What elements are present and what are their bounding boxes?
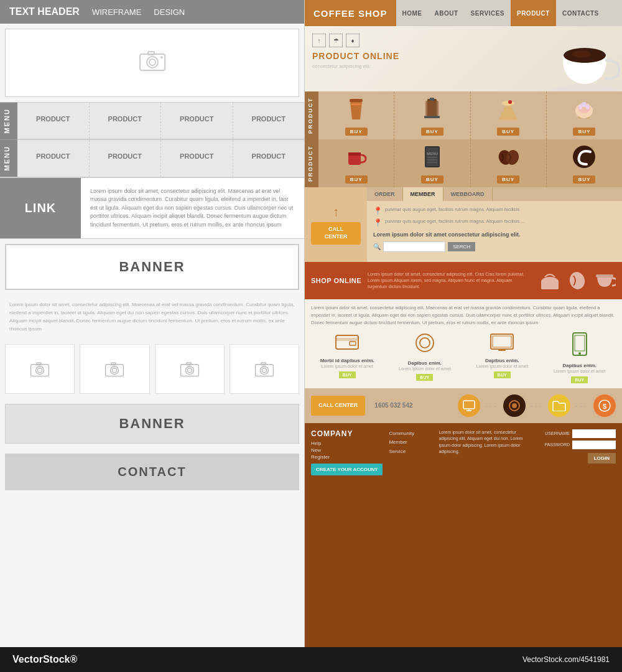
nav-product[interactable]: PRODUCT [511, 0, 556, 26]
shop-icon-2: ☂ [329, 34, 343, 47]
svg-rect-25 [351, 103, 361, 105]
banner-2[interactable]: BANNER [5, 404, 299, 444]
footer-company-section: COMPANY Help New Register CREATE YOUR AC… [311, 429, 383, 641]
footer-link-new[interactable]: New [311, 447, 383, 453]
shop-online-title: SHOP ONLINE [311, 277, 361, 284]
coffee-c-icon [572, 144, 596, 169]
product-cell-1-4: PRODUCT [233, 103, 305, 139]
product-section-1: PRODUCT BUY [305, 91, 622, 139]
search-box: 🔍 SERCH [373, 241, 616, 252]
contact-box[interactable]: CONTACT [5, 454, 299, 490]
product-item-2: BUY [394, 91, 470, 139]
svg-rect-58 [491, 334, 513, 349]
product-item-4: BUY [547, 91, 622, 139]
link-text: Lorem ipsum dolor sit amet, consectetur … [81, 178, 304, 239]
call-icons: ··· ··· ··· $ [422, 394, 616, 417]
buy-btn-4[interactable]: BUY [573, 128, 595, 136]
product-row-2: MENU PRODUCT PRODUCT PRODUCT PRODUCT [0, 139, 304, 177]
password-input[interactable] [572, 441, 616, 449]
product-item-7: BUY [471, 139, 547, 187]
phone-icon [571, 332, 588, 360]
svg-rect-60 [498, 350, 506, 351]
feature-1: Morbi id dapibus enim. Lorem ipsum dolor… [311, 332, 384, 383]
coffee-beans-icon [496, 144, 520, 169]
product-cell-2-2: PRODUCT [90, 140, 162, 176]
link-section: LINK Lorem ipsum dolor sit amet, consect… [0, 177, 304, 240]
call-center-btn-2[interactable]: CALL CENTER [311, 396, 365, 416]
vectorstock-logo: VectorStock® [12, 654, 77, 665]
product-items-1: BUY BUY [318, 91, 622, 139]
svg-rect-8 [37, 363, 41, 365]
call-center-btn[interactable]: CALL CENTER [311, 222, 361, 244]
nav-services[interactable]: SERVICES [465, 0, 511, 26]
feature-3-buy[interactable]: BUY [494, 371, 511, 378]
feature-4-sub: Lorem ipsum dolor et amet [554, 368, 605, 375]
nav-about[interactable]: ABOUT [429, 0, 465, 26]
shop-online-row: SHOP ONLINE Lorem ipsum dolor sit amet, … [305, 262, 622, 299]
link-box[interactable]: LINK [0, 178, 81, 239]
dots-2: ··· [531, 401, 544, 411]
footer-links-section: Community Member Service [389, 429, 432, 641]
footer-sub-links: Help New Register [311, 441, 383, 460]
tab-order[interactable]: ORDER [367, 187, 403, 201]
info-tabs: ORDER MEMBER WEBBOARD 📍 pulvinar quis au… [367, 187, 622, 262]
member-label[interactable]: Member [389, 438, 432, 447]
username-label: USERNAME [536, 431, 570, 436]
product-item-1: BUY [318, 91, 394, 139]
svg-rect-53 [336, 335, 358, 349]
buy-btn-1[interactable]: BUY [345, 128, 368, 136]
username-input[interactable] [572, 429, 616, 438]
feature-4: Dapibus enim. Lorem ipsum dolor et amet … [544, 332, 616, 383]
feature-4-buy[interactable]: BUY [571, 376, 588, 383]
right-footer: COMPANY Help New Register CREATE YOUR AC… [305, 423, 622, 647]
feature-2-buy[interactable]: BUY [416, 374, 433, 381]
svg-point-11 [113, 368, 117, 373]
tab-member[interactable]: MEMBER [403, 187, 443, 201]
svg-point-30 [502, 101, 514, 106]
product-row-1: MENU PRODUCT PRODUCT PRODUCT PRODUCT [0, 102, 304, 139]
tablet-icon [490, 332, 514, 355]
footer-link-register[interactable]: Register [311, 454, 383, 460]
footer-link-help[interactable]: Help [311, 441, 383, 446]
french-press-icon [421, 96, 443, 121]
svg-point-35 [582, 102, 587, 107]
community-label[interactable]: Community [389, 429, 432, 438]
banner-1[interactable]: BANNER [5, 244, 299, 290]
product-label-1: PRODUCT [305, 91, 318, 139]
svg-point-37 [586, 105, 590, 110]
product-item-6: MENU BUY [394, 139, 470, 187]
nav-contacts[interactable]: CONTACTS [556, 0, 605, 26]
create-account-btn[interactable]: CREATE YOUR ACCOUNT [311, 464, 383, 475]
info-tab-bar: ORDER MEMBER WEBBOARD [367, 187, 622, 201]
search-input[interactable] [383, 241, 445, 252]
login-btn[interactable]: LOGIN [588, 453, 616, 464]
buy-btn-3[interactable]: BUY [497, 128, 519, 136]
tab-webboard[interactable]: WEBBOARD [443, 187, 493, 201]
photo-1 [5, 344, 75, 394]
footer-company-name: COMPANY [311, 429, 383, 438]
svg-point-50 [541, 277, 559, 287]
svg-rect-64 [463, 401, 475, 409]
svg-rect-3 [148, 52, 154, 55]
buy-btn-7[interactable]: BUY [497, 175, 519, 184]
lorem-main-text: Lorem ipsum dolor sit amet, consectetur … [0, 295, 304, 339]
svg-text:MENU: MENU [427, 152, 438, 156]
call-phone: 1605 032 542 [374, 402, 412, 409]
dots-1: ··· [485, 401, 498, 411]
coffee-icon-circle [503, 394, 526, 417]
product-section-2: PRODUCT BUY [305, 139, 622, 187]
buy-btn-5[interactable]: BUY [345, 175, 368, 184]
search-button[interactable]: SERCH [448, 242, 475, 251]
nav-home[interactable]: HOME [396, 0, 429, 26]
service-label[interactable]: Service [389, 447, 432, 456]
buy-btn-8[interactable]: BUY [573, 175, 595, 184]
product-items-2: BUY MENU BUY [318, 139, 622, 187]
svg-rect-27 [425, 101, 439, 116]
money-icon-circle: $ [593, 394, 616, 417]
feature-3: Dapibus enim. Lorem ipsum dolor et amet … [466, 332, 539, 383]
right-panel: COFFEE SHOP HOME ABOUT SERVICES PRODUCT … [305, 0, 622, 647]
buy-btn-2[interactable]: BUY [421, 128, 443, 136]
buy-btn-6[interactable]: BUY [421, 175, 443, 184]
feature-1-buy[interactable]: BUY [339, 371, 356, 378]
svg-text:$: $ [603, 403, 606, 410]
